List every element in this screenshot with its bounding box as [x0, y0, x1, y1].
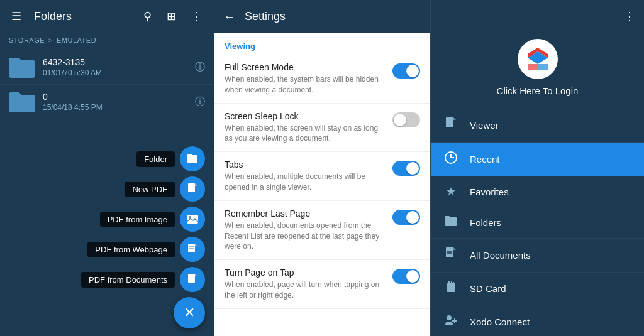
back-button[interactable]: ←: [223, 9, 236, 24]
viewer-label: Viewer: [470, 120, 499, 131]
recent-label: Recent: [470, 154, 500, 165]
search-icon[interactable]: ⚲: [141, 7, 154, 26]
folders-drawer-icon: [443, 215, 458, 230]
alldocs-icon: [443, 247, 458, 264]
sleeplock-toggle[interactable]: [392, 112, 420, 127]
drawer-item-folders[interactable]: Folders: [431, 207, 644, 239]
drawer-item-favorites[interactable]: ★ Favorites: [431, 176, 644, 207]
fab-docs-item: PDF from Documents: [81, 267, 205, 292]
tabs-title: Tabs: [225, 160, 385, 170]
grid-icon[interactable]: ⊞: [164, 7, 179, 26]
lastpage-title: Remember Last Page: [225, 209, 385, 219]
folder-icon: [9, 91, 35, 112]
drawer-item-xodo[interactable]: Xodo Connect: [431, 305, 644, 336]
svg-rect-15: [446, 117, 453, 127]
svg-marker-13: [538, 64, 548, 70]
drawer-menu: Viewer Recent ★ Favorites Folders All Do…: [431, 109, 644, 336]
fab-image-label: PDF from Image: [100, 212, 175, 227]
drawer-more-icon[interactable]: ⋮: [624, 9, 635, 23]
fullscreen-title: Full Screen Mode: [225, 62, 385, 72]
fab-docs-label: PDF from Documents: [81, 272, 175, 288]
svg-rect-25: [448, 281, 450, 285]
turnpage-title: Turn Page on Tap: [225, 268, 385, 278]
file-icon: [445, 117, 457, 131]
image-fab-icon: [186, 214, 199, 224]
folder-date: 01/01/70 5:30 AM: [43, 68, 187, 77]
xodo-connect-icon: [443, 313, 458, 330]
settings-tabs: Tabs When enabled, multiple documents wi…: [214, 152, 430, 201]
lastpage-desc: When enabled, documents opened from the …: [225, 220, 385, 252]
svg-rect-20: [446, 247, 453, 257]
settings-lastpage: Remember Last Page When enabled, documen…: [214, 201, 430, 260]
fullscreen-desc: When enabled, the system bars will be hi…: [225, 74, 385, 95]
fab-webpage-item: PDF from Webpage: [87, 237, 205, 262]
sdcard-label: SD Card: [470, 283, 506, 294]
fab-folder-btn[interactable]: [180, 146, 205, 171]
svg-marker-1: [195, 183, 197, 186]
settings-panel: ← Settings Viewing Full Screen Mode When…: [214, 0, 430, 336]
alldocs-file-icon: [445, 247, 457, 261]
viewing-section-label: Viewing: [214, 33, 430, 55]
folders-title: Folders: [34, 10, 131, 23]
svg-marker-21: [453, 247, 456, 250]
folder-name: 0: [43, 92, 187, 102]
drawer-item-recent[interactable]: Recent: [431, 143, 644, 176]
fullscreen-toggle[interactable]: [392, 63, 420, 79]
fab-docs-btn[interactable]: [180, 267, 205, 292]
breadcrumb-emulated[interactable]: EMULATED: [57, 36, 96, 44]
folder-info: 6432-3135 01/01/70 5:30 AM: [43, 57, 187, 77]
fab-newpdf-item: New PDF: [125, 176, 205, 202]
more-icon[interactable]: ⋮: [189, 7, 205, 26]
fab-area: Folder New PDF PDF from Image PDF from W…: [0, 141, 214, 336]
folder-icon: [9, 57, 35, 78]
favorites-label: Favorites: [470, 187, 509, 197]
fab-newpdf-label: New PDF: [125, 182, 175, 197]
drawer-item-sdcard[interactable]: SD Card: [431, 273, 644, 305]
drawer-item-alldocs[interactable]: All Documents: [431, 239, 644, 273]
fab-main-btn[interactable]: ✕: [174, 297, 205, 328]
lastpage-toggle[interactable]: [392, 210, 420, 225]
svg-rect-0: [188, 183, 195, 192]
svg-rect-2: [187, 215, 198, 224]
sleeplock-desc: When enabled, the screen will stay on as…: [225, 123, 385, 144]
drawer-profile: Click Here To Login: [431, 33, 644, 109]
clock-icon: [444, 151, 458, 165]
login-text[interactable]: Click Here To Login: [497, 85, 579, 96]
fab-image-btn[interactable]: [180, 207, 205, 232]
person-plus-icon: [444, 313, 458, 327]
fab-folder-item: Folder: [136, 146, 205, 171]
svg-rect-26: [451, 281, 452, 285]
drawer-item-viewer[interactable]: Viewer: [431, 109, 644, 143]
folders-topbar: ☰ Folders ⚲ ⊞ ⋮: [0, 0, 214, 33]
docs-fab-icon: [187, 273, 198, 286]
turnpage-toggle[interactable]: [392, 269, 420, 284]
info-icon[interactable]: ⓘ: [195, 61, 205, 74]
settings-topbar: ← Settings: [214, 0, 430, 33]
fab-webpage-btn[interactable]: [180, 237, 205, 262]
svg-rect-4: [188, 244, 195, 252]
svg-rect-27: [453, 282, 454, 285]
alldocs-label: All Documents: [470, 250, 531, 261]
fab-newpdf-btn[interactable]: [180, 176, 205, 202]
turnpage-desc: When enabled, page will turn when tappin…: [225, 279, 385, 301]
folder-item[interactable]: 6432-3135 01/01/70 5:30 AM ⓘ: [0, 50, 214, 85]
app-logo: [518, 39, 558, 79]
star-icon: ★: [443, 185, 458, 198]
fab-webpage-label: PDF from Webpage: [87, 242, 175, 257]
folder-fab-icon: [186, 153, 199, 165]
folder-item[interactable]: 0 15/04/18 4:55 PM ⓘ: [0, 85, 214, 119]
settings-content: Viewing Full Screen Mode When enabled, t…: [214, 33, 430, 336]
tabs-toggle[interactable]: [392, 161, 420, 176]
folder-list: 6432-3135 01/01/70 5:30 AM ⓘ 0 15/04/18 …: [0, 48, 214, 141]
drawer-panel: ⋮ Click Here To Login Viewer Recent: [430, 0, 644, 336]
svg-rect-8: [188, 274, 195, 283]
info-icon[interactable]: ⓘ: [195, 95, 205, 109]
fab-folder-label: Folder: [136, 151, 175, 167]
folders-drawer-label: Folders: [470, 217, 501, 228]
folder-info: 0 15/04/18 4:55 PM: [43, 92, 187, 112]
breadcrumb-storage[interactable]: STORAGE: [9, 36, 45, 44]
viewer-icon: [443, 117, 458, 134]
folder-date: 15/04/18 4:55 PM: [43, 103, 187, 112]
menu-icon[interactable]: ☰: [9, 7, 24, 26]
folders-panel: ☰ Folders ⚲ ⊞ ⋮ STORAGE > EMULATED 6432-…: [0, 0, 214, 336]
